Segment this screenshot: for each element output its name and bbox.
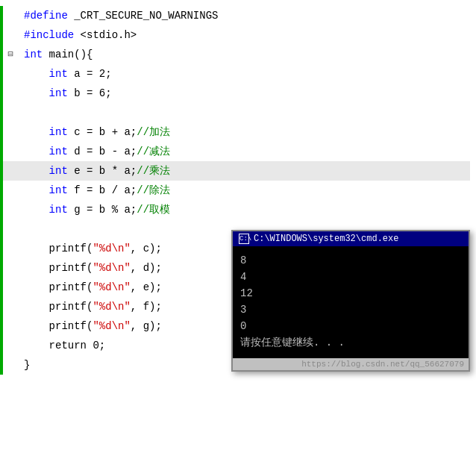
code-token: stdio.h <box>87 29 131 41</box>
code-token: printf( <box>24 301 93 313</box>
cmd-body: 841230请按任意键继续. . . <box>233 246 469 358</box>
code-content: int b = 6; <box>18 84 112 103</box>
code-token: < <box>74 29 87 41</box>
code-token <box>24 165 49 177</box>
code-line: ⊟int main(){ <box>0 45 470 64</box>
green-bar <box>0 316 3 336</box>
code-content: printf("%d\n", e); <box>18 278 162 297</box>
code-line: int g = b % a;//取模 <box>0 200 470 219</box>
code-token: f = b / a; <box>68 184 137 196</box>
code-token: g = b % a; <box>68 204 137 216</box>
code-token: int <box>49 87 68 99</box>
code-token: } <box>24 359 30 371</box>
code-line: #define _CRT_SECURE_NO_WARNINGS <box>0 6 470 25</box>
green-bar <box>0 122 3 142</box>
code-token: ; <box>99 340 105 352</box>
code-line: int a = 2; <box>0 64 470 84</box>
code-token: int <box>49 68 68 80</box>
code-token: printf( <box>24 281 93 293</box>
code-token: main(){ <box>43 49 93 60</box>
cmd-window: C:\ C:\WINDOWS\system32\cmd.exe 841230请按… <box>231 230 470 372</box>
code-token <box>24 126 49 138</box>
code-content: int e = b * a;//乘法 <box>18 161 170 181</box>
code-line <box>0 103 470 122</box>
code-line: int c = b + a;//加法 <box>0 122 470 142</box>
code-token: //除法 <box>137 184 170 196</box>
green-bar <box>0 64 3 84</box>
code-token: int <box>49 165 68 177</box>
code-token: ; <box>105 87 111 99</box>
code-token: int <box>49 184 68 196</box>
code-token: > <box>131 29 137 41</box>
code-token: , f); <box>131 301 162 313</box>
code-content: printf("%d\n", c); <box>18 239 162 258</box>
code-token: int <box>49 204 68 216</box>
code-token <box>24 184 49 196</box>
code-token: "%d\n" <box>93 243 130 254</box>
code-token: //取模 <box>137 204 170 216</box>
code-content: printf("%d\n", d); <box>18 258 162 278</box>
code-token: printf( <box>24 243 93 254</box>
cmd-icon: C:\ <box>239 234 249 244</box>
code-token: ; <box>105 68 111 80</box>
code-content: return 0; <box>18 336 105 355</box>
green-bar <box>0 336 3 355</box>
green-bar <box>0 25 3 45</box>
code-token: "%d\n" <box>93 262 130 274</box>
code-token: //加法 <box>137 126 170 138</box>
code-token: e = b * a; <box>68 165 137 177</box>
code-token <box>24 68 49 80</box>
code-content: printf("%d\n", f); <box>18 297 162 316</box>
code-token: a = <box>68 68 99 80</box>
green-bar <box>0 278 3 297</box>
code-token <box>24 87 49 99</box>
code-token: c = b + a; <box>68 126 137 138</box>
green-bar <box>0 355 3 375</box>
green-bar <box>0 258 3 278</box>
code-content: int a = 2; <box>18 64 112 84</box>
code-token: //乘法 <box>137 165 170 177</box>
code-token <box>24 146 49 157</box>
code-content: int d = b - a;//减法 <box>18 142 170 161</box>
code-token: printf( <box>24 320 93 332</box>
green-bar <box>0 84 3 103</box>
code-token: printf( <box>24 262 93 274</box>
code-token: 6 <box>99 87 105 99</box>
green-bar <box>0 142 3 161</box>
code-token: //减法 <box>137 146 170 157</box>
code-content: int f = b / a;//除法 <box>18 181 170 200</box>
cmd-output-line: 0 <box>240 318 461 334</box>
code-line: int e = b * a;//乘法 <box>0 161 470 181</box>
code-token: return <box>24 340 93 352</box>
cmd-output-line: 3 <box>240 302 461 318</box>
gutter[interactable]: ⊟ <box>3 45 18 64</box>
code-token: , c); <box>131 243 162 254</box>
code-line: int f = b / a;//除法 <box>0 181 470 200</box>
code-token <box>24 204 49 216</box>
code-content: int c = b + a;//加法 <box>18 122 170 142</box>
code-token: b = <box>68 87 99 99</box>
code-line: int d = b - a;//减法 <box>0 142 470 161</box>
code-content: #include <stdio.h> <box>18 25 137 45</box>
code-token: "%d\n" <box>93 301 130 313</box>
green-bar <box>0 200 3 219</box>
cmd-title: C:\WINDOWS\system32\cmd.exe <box>254 234 398 244</box>
code-token: int <box>49 126 68 138</box>
code-token: , g); <box>131 320 162 332</box>
cmd-output-line: 8 <box>240 252 461 269</box>
green-bar <box>0 181 3 200</box>
green-bar <box>0 219 3 239</box>
code-token: #define <box>24 10 68 22</box>
code-token: int <box>49 146 68 157</box>
code-token: "%d\n" <box>93 320 130 332</box>
cmd-output-line: 12 <box>240 285 461 302</box>
code-line: int b = 6; <box>0 84 470 103</box>
code-token: , e); <box>131 281 162 293</box>
code-content: printf("%d\n", g); <box>18 316 162 336</box>
green-bar <box>0 103 3 122</box>
green-bar <box>0 6 3 25</box>
code-content: int main(){ <box>18 45 93 64</box>
code-token: , d); <box>131 262 162 274</box>
collapse-icon[interactable]: ⊟ <box>7 45 13 64</box>
cmd-titlebar: C:\ C:\WINDOWS\system32\cmd.exe <box>233 231 469 246</box>
